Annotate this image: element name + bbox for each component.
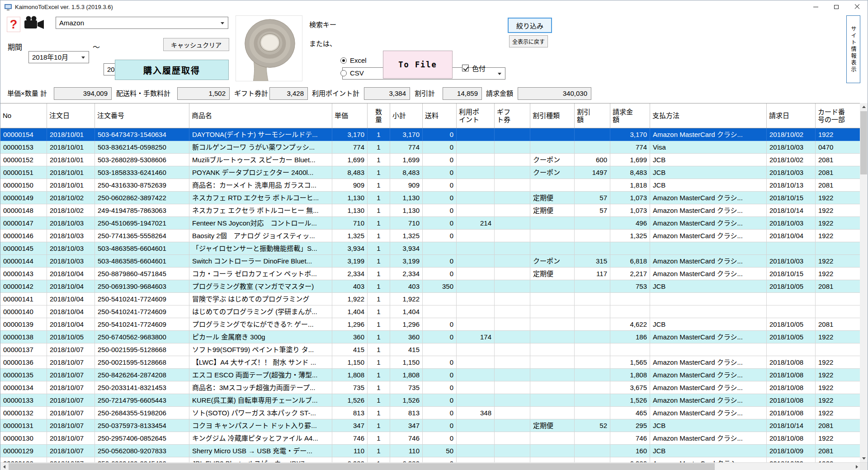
table-row[interactable]: 000001372018/10/07250-0021595-5128668ソフト…: [0, 343, 861, 356]
table-cell: [495, 457, 530, 462]
table-row[interactable]: 000001422018/10/04250-0691390-9684603プログ…: [0, 280, 861, 293]
table-row[interactable]: 000001442018/10/03503-4863585-6604601Swi…: [0, 255, 861, 268]
column-header[interactable]: 注文番号: [95, 103, 189, 128]
table-row[interactable]: 000001352018/10/07250-8426264-2874208エスコ…: [0, 369, 861, 381]
show-all-button[interactable]: 全表示に戻す: [509, 35, 548, 47]
table-row[interactable]: 000001382018/10/05250-6740562-9683800ピカー…: [0, 331, 861, 343]
table-cell: 0: [423, 369, 457, 381]
column-header[interactable]: ギフ ト券: [495, 103, 530, 128]
table-cell: JCB: [650, 154, 767, 166]
to-file-button[interactable]: To File: [383, 51, 453, 79]
table-cell: 2018/10/03: [47, 230, 95, 242]
table-row[interactable]: 000001512018/10/01503-1858333-6241460POY…: [0, 166, 861, 179]
table-cell: Amazon MasterCard クラシ...: [650, 268, 767, 280]
table-row[interactable]: 000001312018/10/07250-0375973-8133454コクヨ…: [0, 419, 861, 432]
table-cell: 1: [368, 445, 390, 457]
site-info-button[interactable]: サイト情報表示: [846, 15, 860, 83]
column-header[interactable]: 割引 額: [575, 103, 610, 128]
table-cell: 250-6362432-2345432: [95, 457, 189, 462]
arrow-up-icon: [862, 106, 866, 108]
table-cell: JCB: [650, 318, 767, 331]
table-row[interactable]: 000001482018/10/02249-4194785-7863063ネスカ…: [0, 204, 861, 217]
table-cell: 00000147: [0, 217, 47, 230]
table-row[interactable]: 000001412018/10/04250-5410241-7724609冒険で…: [0, 293, 861, 306]
minimize-button[interactable]: [805, 0, 826, 13]
column-header[interactable]: 送料: [423, 103, 457, 128]
table-cell: 2018/10/14: [767, 204, 816, 217]
minimize-icon: [813, 7, 818, 7]
color-checkbox[interactable]: 色付: [462, 63, 486, 73]
table-row[interactable]: 000001462018/10/03250-7741365-5558264Bao…: [0, 230, 861, 242]
table-cell: 2018/10/01: [47, 166, 95, 179]
table-row[interactable]: 000001302018/10/07250-2957406-0852645キング…: [0, 432, 861, 445]
table-cell: 710: [332, 217, 368, 230]
maximize-button[interactable]: [826, 0, 847, 13]
camera-icon[interactable]: [24, 15, 45, 33]
cache-clear-button[interactable]: キャッシュクリア: [163, 38, 229, 51]
table-cell: 348: [457, 407, 495, 419]
table-row[interactable]: 000001432018/10/04250-8879860-4571845コカ・…: [0, 268, 861, 280]
close-button[interactable]: [847, 0, 868, 13]
table-cell: 746: [332, 432, 368, 445]
table-cell: [530, 457, 575, 462]
column-header[interactable]: 注文日: [47, 103, 95, 128]
column-header[interactable]: 小計: [390, 103, 423, 128]
vertical-scrollbar[interactable]: [860, 103, 868, 462]
horizontal-scroll-thumb[interactable]: [9, 463, 715, 470]
horizontal-scrollbar[interactable]: [0, 462, 868, 470]
table-row[interactable]: 000001452018/10/03503-4863585-6604601「ジャ…: [0, 242, 861, 255]
table-cell: 1922: [816, 407, 861, 419]
vertical-scroll-thumb[interactable]: [860, 111, 867, 174]
period-from-combobox[interactable]: 2018年10月: [28, 51, 89, 63]
table-row[interactable]: 000001522018/10/01503-2680289-5308606Muz…: [0, 154, 861, 166]
table-row[interactable]: 000001342018/10/07250-2033141-8321453商品名…: [0, 381, 861, 394]
table-cell: [423, 242, 457, 255]
column-header[interactable]: 割引種類: [530, 103, 575, 128]
arrow-down-icon: [862, 457, 866, 460]
column-header[interactable]: 単価: [332, 103, 368, 128]
table-cell: 00000145: [0, 242, 47, 255]
fetch-history-button[interactable]: 購入履歴取得: [115, 60, 229, 80]
table-cell: [423, 293, 457, 306]
column-header[interactable]: 商品名: [189, 103, 332, 128]
column-header[interactable]: No: [0, 103, 47, 128]
table-row[interactable]: 000001532018/10/01503-8362145-0598250新コル…: [0, 141, 861, 154]
help-button[interactable]: ?: [7, 17, 20, 32]
table-cell: Amazon MasterCard クラシ...: [650, 432, 767, 445]
table-cell: 1,699: [390, 154, 423, 166]
table-cell: 774: [610, 141, 650, 154]
table-cell: ソト(SOTO) パワーガス 3本パック ST-...: [189, 407, 332, 419]
column-header[interactable]: 請求金 額: [610, 103, 650, 128]
table-row[interactable]: 000001322018/10/07250-2684355-5198206ソト(…: [0, 407, 861, 419]
column-header[interactable]: 支払方法: [650, 103, 767, 128]
column-header[interactable]: カード番 号の一部: [816, 103, 861, 128]
table-cell: 2018/10/03: [47, 217, 95, 230]
table-cell: [495, 381, 530, 394]
table-row[interactable]: 000001292018/10/07250-0562080-9207833She…: [0, 445, 861, 457]
table-row[interactable]: 000001542018/10/01503-6473473-1540634DAY…: [0, 128, 861, 141]
radio-csv[interactable]: CSV: [340, 69, 364, 77]
radio-excel[interactable]: Excel: [340, 56, 367, 64]
table-row[interactable]: 000001362018/10/07250-0021595-5128668【LW…: [0, 356, 861, 369]
table-row[interactable]: 000001502018/10/01250-4316330-8752639商品名…: [0, 179, 861, 192]
table-row[interactable]: 000001472018/10/03250-4510695-1947021Fen…: [0, 217, 861, 230]
table-cell: [610, 293, 650, 306]
table-cell: 8,483: [390, 166, 423, 179]
table-row[interactable]: 000001332018/10/07250-7214795-6605443KUR…: [0, 394, 861, 407]
site-selector-combobox[interactable]: Amazon: [56, 17, 228, 29]
table-row[interactable]: 000001402018/10/04250-5410241-7724609はじめ…: [0, 306, 861, 318]
table-row[interactable]: 000001492018/10/02250-0602862-3897422ネスカ…: [0, 192, 861, 204]
column-header[interactable]: 請求日: [767, 103, 816, 128]
table-cell: [457, 280, 495, 293]
table-row[interactable]: 000001392018/10/04250-5410241-7724609プログ…: [0, 318, 861, 331]
table-cell: 2018/10/01: [47, 141, 95, 154]
scroll-up-button[interactable]: [860, 103, 868, 111]
table-row[interactable]: 000001282018/10/07250-6362432-2345432JBL…: [0, 457, 861, 462]
scroll-left-button[interactable]: [0, 463, 8, 470]
table-cell: 1: [368, 343, 390, 356]
column-header[interactable]: 利用ポ イント: [457, 103, 495, 128]
filter-button[interactable]: 絞り込み: [508, 18, 552, 33]
table-cell: Amazon MasterCard クラシ...: [650, 394, 767, 407]
scroll-down-button[interactable]: [860, 455, 868, 462]
column-header[interactable]: 数 量: [368, 103, 390, 128]
